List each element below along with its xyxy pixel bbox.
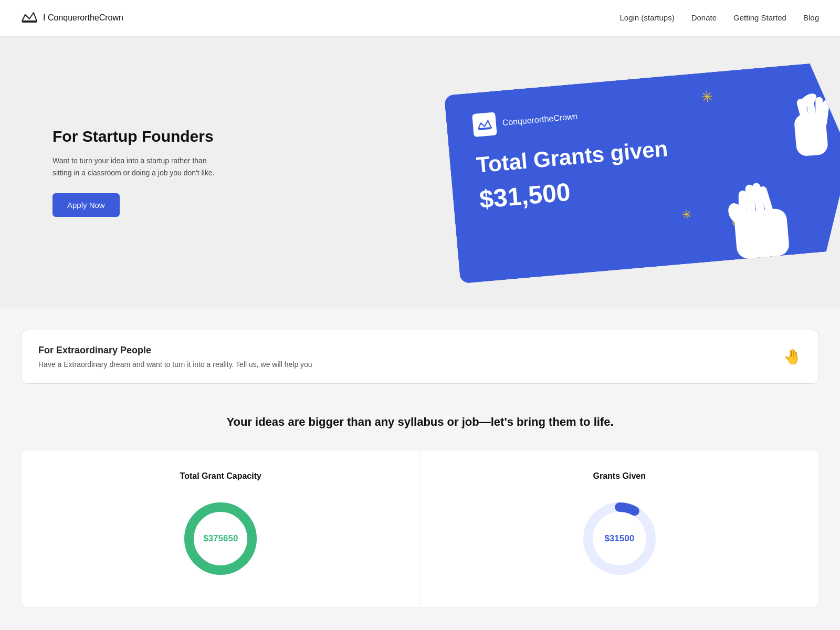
extraordinary-section: For Extraordinary People Have a Extraord… [21,330,819,384]
nav-getting-started[interactable]: Getting Started [733,13,786,22]
hero-heading: For Startup Founders [52,128,220,145]
grant-card-wrapper: ConquerortheCrown Total Grants given $31… [444,61,840,284]
stat-value-1: $31500 [604,533,634,544]
nav-links: Login (startups) Donate Getting Started … [620,13,819,23]
svg-rect-0 [22,21,37,23]
nav-donate[interactable]: Donate [691,13,717,22]
card-site-name: ConquerortheCrown [502,112,578,128]
hand-wave-icon: 🤚 [783,348,802,365]
stats-section: Total Grant Capacity $375650 Grants Give… [21,450,819,607]
navbar: I ConquerortheCrown Login (startups) Don… [0,0,840,36]
stat-card-grants-given: Grants Given $31500 [421,450,819,607]
tagline-section: Your ideas are bigger than any syllabus … [0,384,840,450]
site-logo[interactable]: I ConquerortheCrown [21,10,123,25]
stat-card-total-grant: Total Grant Capacity $375650 [22,450,421,607]
card-logo-box [472,112,497,137]
stat-title-1: Grants Given [593,471,646,481]
hero-left-content: For Startup Founders Want to turn your i… [21,128,220,217]
svg-rect-7 [794,112,829,157]
grant-card: ConquerortheCrown Total Grants given $31… [444,61,840,284]
hero-section: For Startup Founders Want to turn your i… [0,36,840,309]
stat-value-0: $375650 [203,533,238,544]
nav-blog[interactable]: Blog [803,13,819,22]
stat-title-0: Total Grant Capacity [180,471,261,481]
tagline-text: Your ideas are bigger than any syllabus … [21,415,819,429]
crown-icon [21,10,38,25]
site-name: I ConquerortheCrown [43,13,123,23]
hero-description: Want to turn your idea into a startup ra… [52,155,220,178]
extraordinary-description: Have a Extraordinary dream and want to t… [38,360,312,369]
apply-now-button[interactable]: Apply Now [52,193,120,217]
nav-login[interactable]: Login (startups) [620,13,674,22]
donut-chart-total-grant: $375650 [178,497,262,581]
extraordinary-heading: For Extraordinary People [38,345,312,356]
extraordinary-text: For Extraordinary People Have a Extraord… [38,345,312,369]
donut-chart-grants-given: $31500 [578,497,662,581]
hands-decoration [666,81,840,264]
hand-left-icon [724,164,816,265]
hand-right-icon [775,82,840,171]
